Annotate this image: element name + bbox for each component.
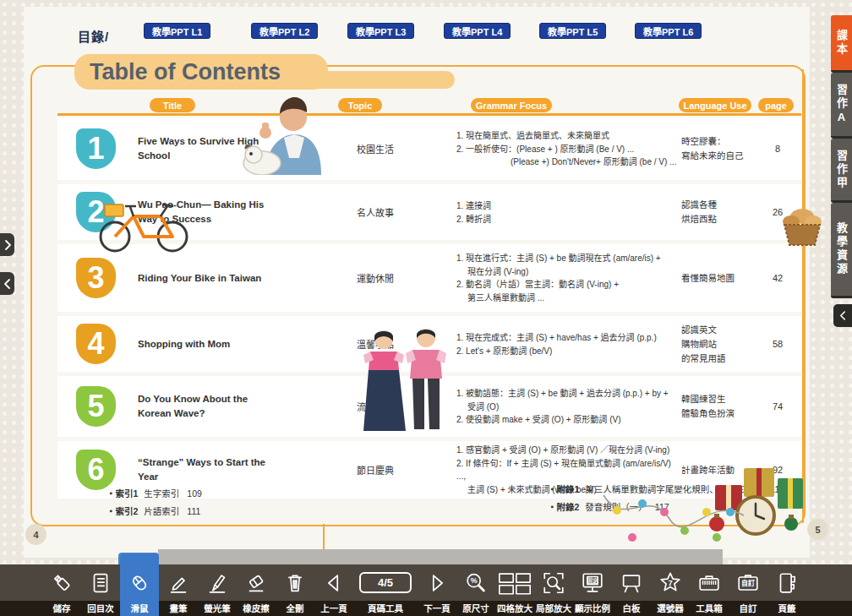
ppt-button-l2[interactable]: 教學PPT L2 (251, 23, 318, 39)
column-header-title: Title (150, 98, 195, 112)
header-rule (57, 113, 801, 116)
unit-grammar-focus: 1. 被動語態：主詞 (S) + be 動詞 + 過去分詞 (p.p.) + b… (456, 387, 678, 427)
tab-workbook-a[interactable]: 習作A (831, 73, 852, 139)
unit-page-number: 58 (759, 339, 796, 349)
table-row-unit1: 1 Five Ways to Survive High School 校園生活 … (57, 117, 801, 180)
ppt-button-l3[interactable]: 教學PPT L3 (347, 23, 414, 39)
tab-textbook[interactable]: 課本 (831, 15, 852, 73)
svg-text:7: 7 (668, 578, 672, 586)
page-slider-track[interactable] (158, 549, 723, 566)
ppt-button-l1[interactable]: 教學PPT L1 (144, 23, 210, 39)
svg-text:固定: 固定 (587, 576, 598, 584)
partial-zoom-button[interactable]: 局部放大 (534, 564, 573, 616)
unit-topic: 溫馨小品 (336, 337, 414, 351)
unit-language-use: 時空膠囊： 寫給未來的自己 (681, 134, 762, 163)
custom-case-icon: 自訂 (735, 564, 761, 601)
book-tab-icon (774, 564, 800, 601)
unit-number-badge: 2 (76, 192, 116, 232)
monitor-fixed-icon: 固定 (580, 564, 605, 601)
display-ratio-button[interactable]: 固定 顯示比例 (573, 564, 612, 616)
star-number-icon: 7 (658, 564, 683, 601)
column-header-grammar-focus: Grammar Focus (471, 98, 552, 112)
left-panel-collapse-arrow[interactable] (0, 272, 14, 295)
delete-all-button[interactable]: 全刪 (276, 564, 314, 616)
ppt-button-l6[interactable]: 教學PPT L6 (635, 23, 702, 39)
unit-grammar-focus: 1. 現在進行式：主詞 (S) + be 動詞現在式 (am/are/is) +… (456, 252, 678, 304)
table-row-unit3: 3 Riding Your Bike in Taiwan 運動休閒 1. 現在進… (57, 244, 801, 312)
tab-teaching-resources[interactable]: 教學資源 (831, 203, 852, 298)
svg-text:%: % (471, 576, 478, 585)
unit-language-use: 韓國練習生 體驗角色扮演 (681, 392, 762, 421)
column-header-topic: Topic (338, 98, 382, 112)
original-size-button[interactable]: % 原尺寸 (456, 564, 495, 616)
unit-language-use: 看懂簡易地圖 (681, 271, 762, 286)
page-number-right: 5 (807, 519, 828, 540)
column-header-page: page (758, 98, 794, 112)
custom-button[interactable]: 自訂 自訂 (729, 564, 767, 616)
ppt-button-l5[interactable]: 教學PPT L5 (539, 23, 606, 39)
eraser-icon (243, 564, 269, 601)
unit-title: Do You Know About the Korean Wave? (138, 392, 281, 421)
toolbox-icon (696, 564, 722, 601)
column-header-language-use: Language Use (679, 98, 751, 112)
unit-language-use: 認識各種 烘焙西點 (681, 198, 762, 226)
chevron-left-icon (3, 278, 12, 290)
save-button[interactable]: 儲存 (42, 564, 81, 616)
unit-grammar-focus: 1. 現在完成式：主詞 (S) + have/has + 過去分詞 (p.p.)… (456, 331, 678, 357)
title-banner-tail (311, 71, 455, 89)
unit-topic: 節日慶典 (336, 463, 414, 477)
book-page-spread: 目錄/ Table of Contents 教學PPT L1 教學PPT L2 … (24, 7, 810, 558)
back-to-toc-button[interactable]: 回目次 (81, 564, 120, 616)
unit-language-use: 認識英文 購物網站 的常見用語 (681, 323, 762, 366)
next-page-button[interactable]: 下一頁 (418, 564, 456, 616)
highlighter-tool-button[interactable]: 螢光筆 (198, 564, 237, 616)
mouse-icon (127, 564, 152, 601)
table-header: Title Topic Grammar Focus Language Use p… (57, 98, 801, 113)
section-label: 目錄/ (78, 27, 109, 45)
unit-grammar-focus: 1. 現在簡單式、過去簡單式、未來簡單式 2. 一般祈使句：(Please + … (456, 129, 678, 169)
page-tabs-button[interactable]: 頁籤 (767, 564, 806, 616)
ppt-button-l4[interactable]: 教學PPT L4 (444, 23, 511, 39)
sidebar-collapse-button[interactable] (833, 304, 852, 327)
whiteboard-icon (619, 564, 644, 601)
previous-page-button[interactable]: 上一頁 (314, 564, 353, 616)
pen-tool-button[interactable]: 畫筆 (159, 564, 198, 616)
toolbox-button[interactable]: 工具箱 (690, 564, 729, 616)
trash-icon (282, 564, 308, 601)
mouse-tool-button[interactable]: 滑鼠 (120, 564, 159, 616)
unit-page-number: 42 (759, 273, 796, 283)
toc-list-icon (88, 564, 113, 601)
unit-grammar-focus: 1. 連接詞 2. 轉折詞 (456, 199, 678, 226)
unit-page-number: 26 (759, 207, 796, 217)
tab-workbook-jia[interactable]: 習作甲 (831, 139, 852, 203)
unit-number-badge: 1 (76, 128, 116, 169)
unit-topic: 名人故事 (336, 205, 414, 219)
unit-topic: 運動休閒 (336, 271, 414, 285)
unit-title: “Strange” Ways to Start the Year (138, 455, 281, 484)
highlighter-icon (205, 564, 230, 601)
unit-number-badge: 3 (76, 258, 116, 298)
number-picker-button[interactable]: 7 選號器 (651, 564, 690, 616)
whiteboard-button[interactable]: 白板 (612, 564, 651, 616)
table-row-unit2: 2 Wu Pao-Chun— Baking His Way to Success… (57, 184, 801, 240)
page-border-inner-line (802, 69, 804, 523)
page-title: Table of Contents (74, 59, 281, 85)
four-grid-icon (498, 564, 532, 601)
unit-number-badge: 6 (76, 450, 116, 490)
page-number-tool[interactable]: 4/5 頁碼工具 (353, 564, 418, 616)
contents-table: 1 Five Ways to Survive High School 校園生活 … (57, 117, 801, 503)
appendix-list: ・附錄1第三人稱單數動詞字尾變化規則、動詞三態表112 ・附錄2發音規則（一）1… (548, 481, 784, 516)
unit-title: Riding Your Bike in Taiwan (138, 271, 281, 286)
index-list: ・索引1生字索引109 ・索引2片語索引111 (106, 485, 202, 521)
unit-number-badge: 5 (76, 386, 116, 427)
unit-page-number: 74 (759, 401, 796, 412)
left-panel-expand-arrow[interactable] (0, 233, 14, 256)
four-pane-zoom-button[interactable]: 四格放大 (495, 564, 534, 616)
eraser-tool-button[interactable]: 橡皮擦 (237, 564, 276, 616)
page-indicator[interactable]: 4/5 (359, 572, 412, 593)
svg-text:自訂: 自訂 (741, 579, 755, 587)
toolbar: 儲存 回目次 滑鼠 畫筆 螢光筆 (0, 564, 852, 616)
title-banner: Table of Contents (74, 54, 328, 90)
triangle-right-icon (424, 564, 450, 601)
unit-language-use: 計畫跨年活動 (681, 463, 762, 477)
